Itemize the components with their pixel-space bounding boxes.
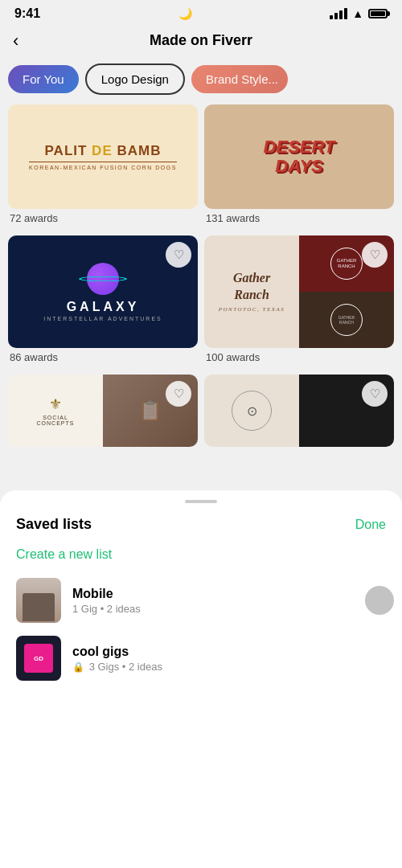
heart-button-gather[interactable]: ♡ (362, 242, 388, 268)
social-name: SOCIALCONCEPTS (37, 415, 75, 426)
card-desert-awards: 131 awards (204, 209, 394, 229)
km-left: ⊙ (204, 375, 299, 447)
list-thumbnail-mobile (16, 578, 61, 623)
list-info-cool-gigs: cool gigs 🔒 3 Gigs • 2 ideas (72, 645, 386, 673)
signal-icon (330, 8, 347, 19)
card-galaxy[interactable]: GALAXY INTERSTELLAR ADVENTURES ♡ 86 awar… (8, 235, 198, 368)
heart-button-social[interactable]: ♡ (166, 381, 191, 407)
card-palit[interactable]: PALIT DE BAMB KOREAN-MEXICAN FUSION CORN… (8, 104, 198, 229)
list-name-mobile: Mobile (72, 587, 386, 601)
bottom-sheet: Saved lists Done Create a new list Mobil… (0, 490, 402, 868)
gather-logo-small-2: GATHER RANCH (330, 304, 363, 336)
gather-logo-small: GATHERRANCH (330, 248, 363, 280)
gather-main: GatherRanch PONTOTOC, TEXAS (204, 235, 299, 348)
heart-button-galaxy[interactable]: ♡ (166, 242, 191, 268)
social-wings-icon: ⚜ (49, 395, 62, 413)
card-gather-awards: 100 awards (204, 348, 394, 368)
page-title: Made on Fiverr (150, 32, 252, 49)
list-meta-cool-gigs: 🔒 3 Gigs • 2 ideas (72, 661, 386, 673)
list-meta-mobile: 1 Gig • 2 ideas (72, 603, 386, 615)
list-name-cool-gigs: cool gigs (72, 645, 386, 659)
list-item-mobile[interactable]: Mobile 1 Gig • 2 ideas (16, 578, 386, 623)
card-palit-title: PALIT DE BAMB (45, 143, 162, 159)
list-thumbnail-cool-gigs: GD (16, 636, 61, 681)
gather-title: GatherRanch PONTOTOC, TEXAS (219, 270, 285, 313)
cool-logo-text: GD (34, 655, 43, 662)
card-gather[interactable]: GatherRanch PONTOTOC, TEXAS GATHERRANCH … (204, 235, 394, 368)
sheet-title: Saved lists (16, 516, 92, 533)
social-left: ⚜ SOCIALCONCEPTS (8, 375, 103, 447)
tab-bar: For You Logo Design Brand Style... (0, 57, 402, 101)
km-monogram: ⊙ (232, 391, 272, 431)
sheet-handle (185, 500, 217, 503)
card-galaxy-title: GALAXY (67, 300, 140, 314)
sheet-header: Saved lists Done (16, 516, 386, 533)
sheet-done-button[interactable]: Done (355, 518, 386, 532)
tab-brand-style[interactable]: Brand Style... (191, 65, 288, 93)
moon-icon: 🌙 (178, 7, 192, 20)
create-list-button[interactable]: Create a new list (16, 547, 386, 562)
header: ‹ Made on Fiverr (0, 24, 402, 57)
content-area: PALIT DE BAMB KOREAN-MEXICAN FUSION CORN… (0, 101, 402, 447)
tab-for-you[interactable]: For You (8, 65, 79, 93)
cards-grid: PALIT DE BAMB KOREAN-MEXICAN FUSION CORN… (8, 104, 394, 447)
card-palit-awards: 72 awards (8, 209, 198, 229)
list-item-cool-gigs[interactable]: GD cool gigs 🔒 3 Gigs • 2 ideas (16, 636, 386, 681)
gather-bottom-right: GATHER RANCH (299, 292, 394, 348)
heart-button-km[interactable]: ♡ (362, 381, 388, 407)
card-galaxy-subtitle: INTERSTELLAR ADVENTURES (43, 316, 162, 321)
card-social[interactable]: ⚜ SOCIALCONCEPTS 📋 ♡ (8, 375, 198, 447)
back-button[interactable]: ‹ (13, 31, 18, 51)
card-km[interactable]: ⊙ ♡ (204, 375, 394, 447)
card-palit-subtitle: KOREAN-MEXICAN FUSION CORN DOGS (29, 162, 177, 170)
tab-logo-design[interactable]: Logo Design (85, 63, 185, 95)
galaxy-planet-graphic (87, 263, 119, 295)
status-bar: 9:41 🌙 ▲ (0, 0, 402, 24)
status-icons: ▲ (330, 7, 388, 20)
card-desert[interactable]: DESERTDAYS 131 awards (204, 104, 394, 229)
status-time: 9:41 (14, 6, 40, 21)
card-galaxy-awards: 86 awards (8, 348, 198, 368)
battery-icon (368, 9, 388, 18)
list-info-mobile: Mobile 1 Gig • 2 ideas (72, 587, 386, 615)
wifi-icon: ▲ (352, 7, 363, 20)
lock-icon: 🔒 (72, 661, 84, 673)
drag-handle-mobile (365, 586, 394, 615)
card-desert-title: DESERTDAYS (264, 137, 335, 176)
